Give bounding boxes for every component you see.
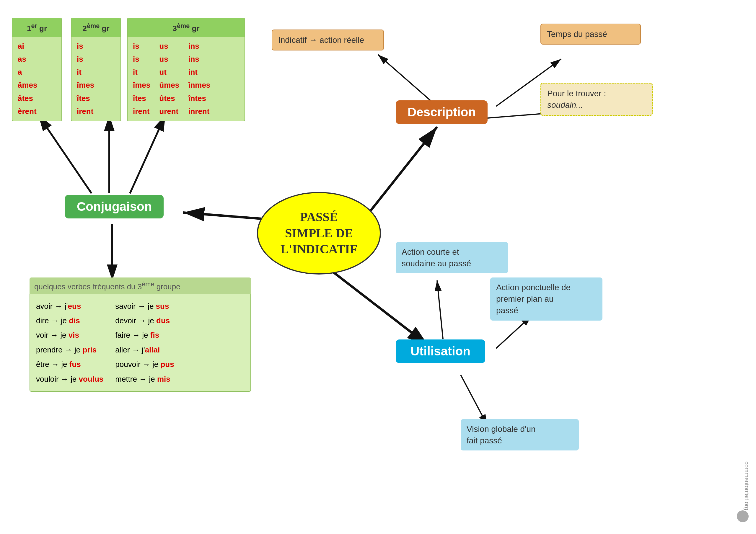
action-ponctuelle-text: Action ponctuelle depremier plan aupassé xyxy=(496,283,571,315)
center-title: Passésimple del'indicatif xyxy=(281,209,358,257)
gr1-box: 1er gr ai as a âmes âtes èrent xyxy=(12,18,62,121)
gr2-header: 2ème gr xyxy=(71,18,121,37)
gr2-box: 2ème gr is is it îmes îtes irent xyxy=(71,18,121,121)
conjugaison-label: Conjugaison xyxy=(77,200,152,213)
svg-line-11 xyxy=(496,316,531,348)
gr3-box: 3ème gr is is it îmes îtes irent us us u… xyxy=(127,18,245,121)
pour-trouver-box: Pour le trouver :soudain... xyxy=(540,83,653,116)
svg-line-12 xyxy=(461,375,487,425)
center-ellipse: Passésimple del'indicatif xyxy=(257,192,381,275)
utilisation-button: Utilisation xyxy=(396,339,485,363)
utilisation-label: Utilisation xyxy=(411,344,471,358)
action-ponctuelle-box: Action ponctuelle depremier plan aupassé xyxy=(490,278,603,321)
verbes-header: quelques verbes fréquents du 3ème groupe xyxy=(30,278,251,294)
vision-globale-box: Vision globale d'unfait passé xyxy=(461,419,579,450)
verbes-section: quelques verbes fréquents du 3ème groupe… xyxy=(30,278,251,392)
pour-trouver-prefix: Pour le trouver :soudain... xyxy=(547,89,606,110)
svg-line-10 xyxy=(437,280,443,339)
watermark-icon xyxy=(737,510,749,522)
gr2-endings: is is it îmes îtes irent xyxy=(77,40,115,118)
soudain-text: soudain... xyxy=(547,100,583,110)
action-courte-box: Action courte etsoudaine au passé xyxy=(396,242,508,273)
temps-passe-box: Temps du passé xyxy=(540,24,641,44)
description-label: Description xyxy=(408,105,476,119)
action-courte-text: Action courte etsoudaine au passé xyxy=(402,247,471,268)
verbes-col2: savoir → je sus devoir → je dus faire → … xyxy=(115,299,174,387)
temps-passe-text: Temps du passé xyxy=(547,30,607,39)
svg-line-1 xyxy=(39,115,92,193)
indicatif-text: Indicatif → action réelle xyxy=(278,36,364,44)
gr3-endings: is is it îmes îtes irent us us ut ûmes û… xyxy=(133,40,239,118)
gr1-endings: ai as a âmes âtes èrent xyxy=(18,40,56,118)
watermark: commentonfait.org xyxy=(743,461,750,510)
verbes-col1: avoir → j'eus dire → je dis voir → je vi… xyxy=(36,299,103,387)
conjugaison-button: Conjugaison xyxy=(65,195,164,219)
svg-line-6 xyxy=(378,55,437,106)
gr1-header: 1er gr xyxy=(13,18,62,37)
indicatif-box: Indicatif → action réelle xyxy=(272,30,384,50)
svg-line-9 xyxy=(325,266,428,345)
svg-line-5 xyxy=(369,127,437,213)
verbes-content: avoir → j'eus dire → je dis voir → je vi… xyxy=(30,294,251,392)
gr3-header: 3ème gr xyxy=(127,18,245,37)
vision-globale-text: Vision globale d'unfait passé xyxy=(467,424,536,445)
description-button: Description xyxy=(396,100,488,124)
svg-line-3 xyxy=(130,115,165,193)
